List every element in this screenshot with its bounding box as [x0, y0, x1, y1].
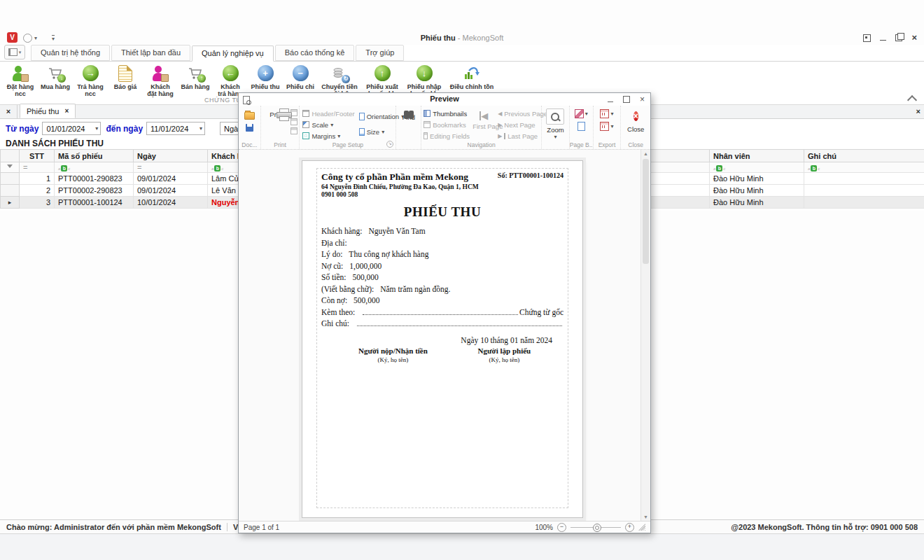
window-title-app: - MekongSoft: [456, 34, 503, 42]
internal-transfer-coins-icon: ↻: [332, 64, 347, 83]
tab-bao-cao-thong-ke[interactable]: Báo cáo thống kê: [275, 45, 355, 61]
row-indicator-header: [1, 150, 20, 162]
bookmarks-button[interactable]: Bookmarks: [424, 119, 470, 130]
editing-fields-button[interactable]: Editing Fields: [424, 130, 470, 141]
scale-button[interactable]: Scale▾: [302, 119, 354, 130]
send-email-button[interactable]: ▾: [600, 122, 613, 131]
last-page-icon: ▶: [498, 133, 502, 139]
receipt-plus-icon: +: [258, 64, 274, 83]
tab-close-icon[interactable]: ×: [64, 107, 69, 115]
zoom-out-icon[interactable]: −: [557, 523, 566, 532]
ribbon-group-label: CHỨNG TỪ: [204, 97, 242, 104]
preview-window-controls: ×: [608, 95, 645, 104]
orientation-icon: [359, 113, 365, 120]
panel-close-icon[interactable]: ×: [916, 107, 920, 115]
filter-note[interactable]: abc: [804, 162, 924, 173]
ribbon-collapse-icon[interactable]: [907, 95, 917, 105]
row-indicator: [1, 185, 20, 197]
warehouse-in-icon: ↓: [416, 64, 433, 83]
restore-icon[interactable]: [895, 34, 902, 41]
from-date-input[interactable]: 01/01/2024▾: [42, 122, 101, 135]
group-print: Print Print: [261, 106, 300, 149]
scrollbar-thumb[interactable]: [643, 159, 649, 264]
col-ngay[interactable]: Ngày: [134, 150, 208, 162]
watermark-button[interactable]: ▾: [575, 109, 588, 118]
print-selection-icon[interactable]: [290, 127, 298, 134]
close-icon[interactable]: ×: [640, 96, 645, 103]
resize-grip[interactable]: [638, 524, 645, 531]
from-date-label: Từ ngày: [6, 124, 38, 134]
filter-code[interactable]: abc: [55, 162, 134, 173]
preview-status-bar: Page 1 of 1 100% − +: [239, 521, 650, 533]
thumbnails-button[interactable]: Thumbnails: [424, 108, 470, 119]
close-icon[interactable]: ×: [911, 34, 917, 42]
send-email-icon: [600, 122, 609, 131]
sales-cart-icon: ↑: [187, 64, 204, 83]
find-button[interactable]: Find: [396, 106, 421, 121]
chevron-down-icon[interactable]: ▾: [95, 125, 98, 132]
margins-icon: [302, 132, 309, 139]
scroll-up-icon[interactable]: ▲: [641, 151, 650, 156]
tab-tro-giup[interactable]: Trợ giúp: [356, 45, 404, 61]
previous-page-button[interactable]: ◀Previous Page: [498, 108, 547, 119]
maximize-icon[interactable]: [623, 96, 630, 103]
filter-date[interactable]: =: [134, 162, 208, 173]
open-document-icon[interactable]: [244, 112, 255, 120]
save-document-icon[interactable]: [246, 124, 253, 132]
tab-phieu-thu-document[interactable]: Phiếu thu ×: [20, 104, 76, 118]
close-all-tabs-icon[interactable]: ×: [0, 105, 18, 118]
export-document-button[interactable]: ▾: [600, 109, 613, 118]
filter-employee[interactable]: abc: [710, 162, 804, 173]
col-ghi-chu[interactable]: Ghi chú: [804, 150, 924, 162]
chevron-down-icon[interactable]: ▾: [200, 125, 202, 132]
filter-stt[interactable]: =: [20, 162, 55, 173]
tab-thiet-lap-ban-dau[interactable]: Thiết lập ban đầu: [111, 45, 190, 61]
first-page-button[interactable]: ◀ First Page: [472, 108, 495, 141]
company-phone: 0901 000 508: [321, 191, 498, 198]
to-date-input[interactable]: 11/01/2024▾: [146, 122, 205, 135]
ribbon-layout-button[interactable]: ▾: [4, 45, 25, 59]
tab-quan-ly-nghiep-vu[interactable]: Quản lý nghiệp vụ: [192, 46, 274, 62]
tool-tra-hang-ncc[interactable]: → Trả hàng ncc: [73, 63, 108, 104]
tool-bao-gia[interactable]: Báo giá: [108, 63, 143, 104]
col-nhan-vien[interactable]: Nhân viên: [710, 150, 804, 162]
preview-title-bar[interactable]: Preview ×: [239, 93, 650, 106]
next-page-button[interactable]: ▶Next Page: [498, 119, 547, 130]
page-color-icon[interactable]: [578, 122, 585, 131]
col-ma-so-phieu[interactable]: Mã số phiếu: [55, 150, 134, 162]
zoom-slider[interactable]: [570, 527, 621, 528]
header-footer-button[interactable]: Header/Footer: [302, 108, 354, 119]
warehouse-out-icon: ↑: [374, 64, 391, 83]
chevron-down-icon: ▾: [330, 122, 333, 128]
receipt-number: Số: PTT00001-100124: [498, 172, 564, 179]
margins-button[interactable]: Margins▾: [302, 130, 354, 141]
zoom-in-icon[interactable]: +: [625, 523, 634, 532]
tool-khach-dat-hang[interactable]: Khách đặt hàng: [143, 63, 178, 104]
minimize-icon[interactable]: [608, 102, 613, 102]
next-page-icon: ▶: [498, 122, 502, 128]
receipt-title: PHIẾU THU: [321, 204, 564, 220]
last-page-button[interactable]: ▶Last Page: [498, 130, 547, 141]
chevron-down-icon: ▾: [19, 50, 22, 55]
minimize-icon[interactable]: [880, 40, 886, 41]
tool-mua-hang[interactable]: ↓ Mua hàng: [38, 63, 73, 104]
chevron-down-icon: ▾: [585, 111, 588, 117]
zoom-slider-thumb[interactable]: [593, 524, 601, 532]
print-options-icon[interactable]: [290, 118, 298, 125]
scroll-down-icon[interactable]: ▼: [641, 514, 650, 519]
col-stt[interactable]: STT: [20, 150, 55, 162]
tab-quan-tri-he-thong[interactable]: Quản trị hệ thống: [31, 45, 110, 61]
zoom-button[interactable]: Zoom ▾: [542, 106, 569, 140]
selected-row-arrow-icon: ▸: [1, 197, 20, 209]
previous-page-icon: ◀: [498, 111, 502, 117]
company-name: Công ty cổ phần Phần mềm Mekong: [321, 172, 498, 183]
filter-funnel-icon: [1, 162, 20, 173]
tool-dat-hang-ncc[interactable]: Đặt hàng ncc: [3, 63, 38, 104]
text-filter-icon: abc: [58, 165, 70, 172]
window-title: Phiếu thu - MekongSoft: [0, 34, 924, 42]
fullscreen-icon[interactable]: [863, 34, 871, 42]
text-filter-icon: abc: [808, 165, 820, 172]
print-button[interactable]: Print: [262, 108, 291, 134]
close-preview-button[interactable]: × Close: [621, 106, 650, 133]
preview-scrollbar[interactable]: ▲ ▼: [640, 150, 650, 521]
